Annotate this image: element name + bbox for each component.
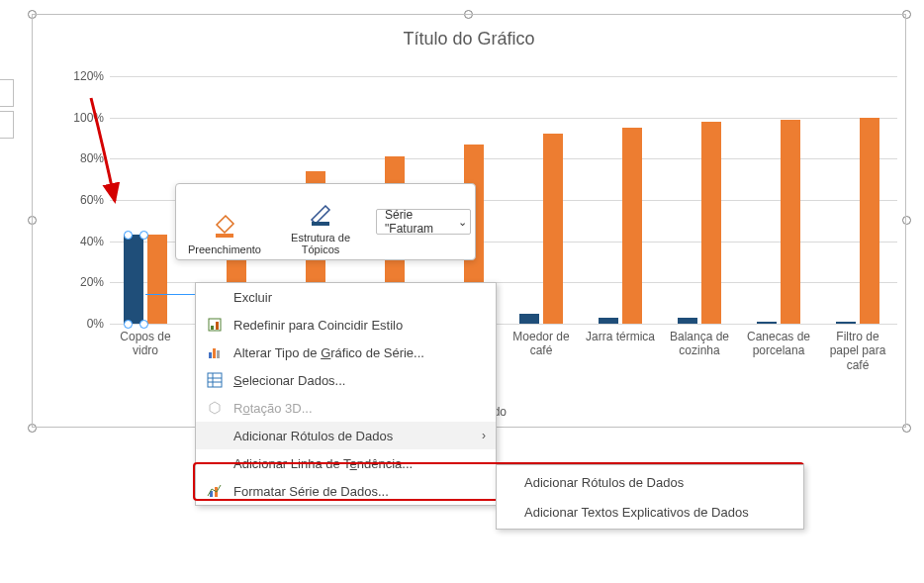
svg-rect-4 [216, 322, 219, 330]
menu-label: Alterar Tipo de Gráfico de Série... [233, 345, 424, 360]
series-selection-handle[interactable] [139, 320, 148, 329]
menu-label: Adicionar Linha de Tendência... [233, 456, 413, 471]
menu-change-chart-type[interactable]: Alterar Tipo de Gráfico de Série... [196, 339, 496, 366]
svg-rect-3 [211, 326, 214, 330]
ytick-label: 0% [64, 317, 104, 331]
svg-rect-5 [209, 352, 212, 358]
bar-series1[interactable] [836, 322, 856, 324]
svg-rect-2 [209, 319, 221, 331]
submenu-add-data-labels[interactable]: Adicionar Rótulos de Dados [497, 467, 803, 497]
bar-series2[interactable] [147, 235, 167, 324]
menu-add-data-labels[interactable]: Adicionar Rótulos de Dados › [196, 422, 496, 449]
menu-label: Adicionar Rótulos de Dados [233, 429, 393, 443]
x-tick-label: Filtro de papel para café [822, 330, 893, 372]
submenu-data-labels: Adicionar Rótulos de Dados Adicionar Tex… [496, 464, 804, 530]
menu-reset-style[interactable]: Redefinir para Coincidir Estilo [196, 311, 496, 339]
panel-stub [0, 111, 14, 139]
bucket-icon [212, 210, 237, 243]
x-tick-label: Balança de cozinha [664, 330, 735, 358]
panel-stub [0, 79, 14, 107]
svg-rect-6 [213, 348, 216, 358]
series-selector-label: Série "Faturam [385, 208, 452, 236]
context-menu: Excluir Redefinir para Coincidir Estilo … [195, 282, 497, 506]
menu-3d-rotation: Rotação 3D... [196, 394, 496, 422]
bar-series2[interactable] [701, 122, 721, 324]
cube-icon [206, 399, 224, 417]
pen-icon [308, 198, 333, 232]
bar-series2[interactable] [781, 120, 800, 324]
ytick-label: 60% [64, 193, 104, 207]
menu-format-series[interactable]: Formatar Série de Dados... [196, 477, 496, 505]
ytick-label: 100% [64, 111, 104, 125]
chart-title[interactable]: Título do Gráfico [33, 29, 905, 49]
svg-rect-1 [312, 222, 329, 226]
menu-label: Selecionar Dados... [233, 373, 345, 388]
menu-label: Formatar Série de Dados... [233, 484, 389, 499]
x-tick-label: Copos de vidro [110, 330, 181, 358]
fill-label: Preenchimento [188, 243, 261, 256]
svg-rect-8 [208, 373, 222, 387]
series-selector-combo[interactable]: Série "Faturam ⌄ [376, 209, 471, 235]
bar-series1[interactable] [757, 322, 777, 324]
menu-label: Rotação 3D... [233, 401, 313, 416]
menu-select-data[interactable]: Selecionar Dados... [196, 366, 496, 394]
bar-series1[interactable] [599, 318, 618, 324]
reset-style-icon [206, 316, 224, 334]
bar-series2[interactable] [543, 134, 563, 324]
submenu-arrow-icon: › [482, 429, 486, 442]
bar-series1[interactable] [678, 318, 697, 324]
menu-add-trendline[interactable]: Adicionar Linha de Tendência... [196, 449, 496, 477]
bar-series1[interactable] [124, 235, 143, 324]
x-tick-label: Jarra térmica [585, 330, 656, 343]
svg-rect-0 [216, 234, 233, 238]
bar-series1[interactable] [519, 314, 539, 324]
menu-label: Adicionar Rótulos de Dados [524, 475, 684, 490]
ytick-label: 20% [64, 275, 104, 289]
fill-button[interactable]: Preenchimento [180, 187, 269, 256]
mini-toolbar: Preenchimento Estrutura de Tópicos Série… [175, 183, 476, 260]
submenu-add-data-callouts[interactable]: Adicionar Textos Explicativos de Dados [497, 497, 803, 527]
menu-delete[interactable]: Excluir [196, 283, 496, 311]
menu-label: Adicionar Textos Explicativos de Dados [524, 505, 749, 520]
ytick-label: 40% [64, 235, 104, 248]
menu-label: Excluir [233, 290, 272, 305]
outline-button[interactable]: Estrutura de Tópicos [269, 187, 372, 256]
ytick-label: 80% [64, 151, 104, 165]
series-selection-handle[interactable] [124, 320, 133, 329]
outline-label: Estrutura de Tópicos [277, 232, 364, 256]
menu-label: Redefinir para Coincidir Estilo [233, 318, 403, 333]
bar-series2[interactable] [622, 128, 642, 324]
format-series-icon [206, 482, 224, 500]
x-tick-label: Canecas de porcelana [743, 330, 814, 358]
bar-series2[interactable] [860, 118, 879, 324]
select-data-icon [206, 371, 224, 389]
chevron-down-icon: ⌄ [458, 216, 467, 229]
x-tick-label: Moedor de café [506, 330, 577, 358]
chart-type-icon [206, 343, 224, 361]
ytick-label: 120% [64, 69, 104, 83]
svg-rect-7 [217, 350, 220, 358]
